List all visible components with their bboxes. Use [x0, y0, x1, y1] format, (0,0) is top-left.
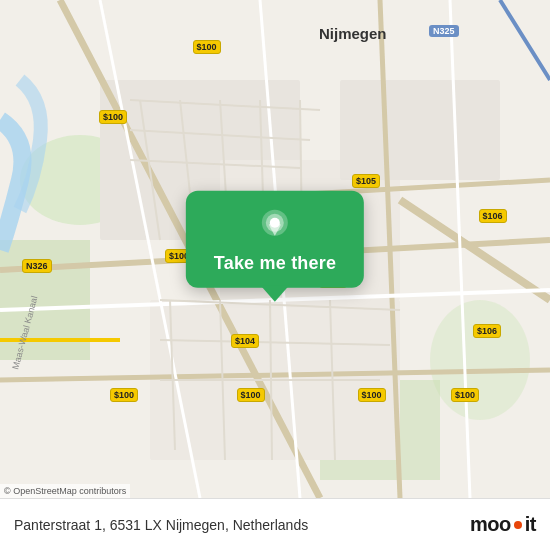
- app-container: Maas-Waal Kanaal Nijmegen N325$100$100$1…: [0, 0, 550, 550]
- road-badge-s100_5: $100: [237, 388, 265, 402]
- address-text: Panterstraat 1, 6531 LX Nijmegen, Nether…: [14, 517, 308, 533]
- popup-bubble[interactable]: Take me there: [186, 191, 364, 288]
- moovit-dot: [514, 521, 522, 529]
- moovit-text: moo: [470, 513, 511, 536]
- road-badge-s100_1: $100: [193, 40, 221, 54]
- popup-container[interactable]: Take me there: [186, 191, 364, 288]
- road-badge-s100_7: $100: [451, 388, 479, 402]
- svg-point-3: [430, 300, 530, 420]
- road-badge-s104: $104: [231, 334, 259, 348]
- map-copyright: © OpenStreetMap contributors: [0, 484, 130, 498]
- moovit-text2: it: [525, 513, 536, 536]
- footer-left: Panterstraat 1, 6531 LX Nijmegen, Nether…: [14, 517, 308, 533]
- road-badge-s106_2: $106: [473, 324, 501, 338]
- road-badge-s106_1: $106: [479, 209, 507, 223]
- popup-label[interactable]: Take me there: [214, 253, 336, 274]
- footer-bar: Panterstraat 1, 6531 LX Nijmegen, Nether…: [0, 498, 550, 550]
- road-badge-s105_1: $105: [352, 174, 380, 188]
- road-badge-s100_4: $100: [110, 388, 138, 402]
- road-badge-s100_6: $100: [358, 388, 386, 402]
- svg-rect-7: [340, 80, 500, 180]
- road-badge-n325: N325: [429, 25, 459, 37]
- city-label: Nijmegen: [319, 25, 387, 42]
- location-pin-icon: [257, 209, 293, 245]
- road-badge-s100_2: $100: [99, 110, 127, 124]
- map-view[interactable]: Maas-Waal Kanaal Nijmegen N325$100$100$1…: [0, 0, 550, 498]
- road-badge-n326: N326: [22, 259, 52, 273]
- moovit-logo: moo it: [470, 513, 536, 536]
